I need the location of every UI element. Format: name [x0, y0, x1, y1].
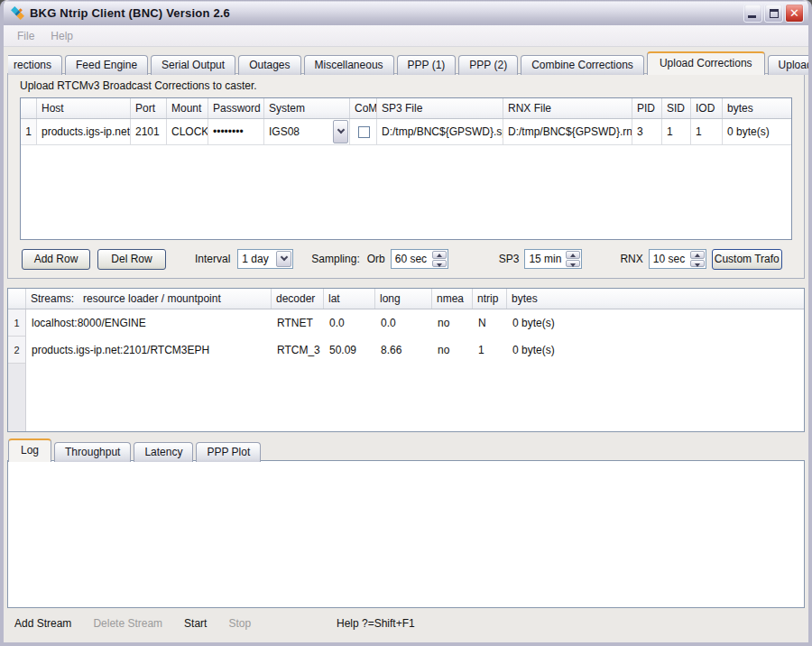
- sp3-label: SP3: [499, 253, 520, 265]
- tab-corrections[interactable]: rections: [8, 55, 62, 75]
- orb-spin-down-button[interactable]: [432, 260, 447, 268]
- orb-value: 60 sec: [395, 253, 427, 265]
- stream-decoder: RTNET: [272, 317, 324, 329]
- sid-cell[interactable]: 1: [662, 119, 691, 144]
- host-cell[interactable]: products.igs-ip.net: [37, 119, 131, 144]
- streams-column-mountpoint[interactable]: Streams: resource loader / mountpoint: [26, 289, 272, 309]
- stream-bytes: 0 byte(s): [507, 317, 804, 329]
- tab-miscellaneous[interactable]: Miscellaneous: [304, 55, 394, 75]
- tab-throughput[interactable]: Throughput: [54, 442, 131, 462]
- stream-row[interactable]: products.igs-ip.net:2101/RTCM3EPH RTCM_3…: [26, 337, 804, 364]
- stream-ntrip: 1: [473, 344, 507, 356]
- stream-bytes: 0 byte(s): [507, 344, 804, 356]
- com-checkbox[interactable]: [358, 126, 370, 138]
- sp3-spinbox[interactable]: 15 min: [524, 249, 582, 269]
- window-title: BKG Ntrip Client (BNC) Version 2.6: [30, 6, 743, 20]
- tab-feed-engine[interactable]: Feed Engine: [65, 55, 148, 75]
- tab-ppp-1[interactable]: PPP (1): [397, 55, 457, 75]
- streams-column-lat[interactable]: lat: [324, 289, 375, 309]
- rnx-label: RNX: [620, 253, 642, 265]
- bottom-tab-bar: Log Throughput Latency PPP Plot: [7, 439, 805, 461]
- column-header-mount[interactable]: Mount: [167, 98, 208, 118]
- tab-serial-output[interactable]: Serial Output: [151, 55, 235, 75]
- del-row-button[interactable]: Del Row: [97, 249, 166, 270]
- password-cell[interactable]: ••••••••: [208, 119, 264, 144]
- tab-log[interactable]: Log: [8, 438, 51, 462]
- tab-combine-corrections[interactable]: Combine Corrections: [521, 55, 644, 75]
- minimize-button[interactable]: [743, 4, 762, 23]
- sp3-spin-down-button[interactable]: [566, 260, 580, 268]
- interval-combobox[interactable]: 1 day: [237, 249, 293, 269]
- close-button[interactable]: ✕: [785, 4, 804, 23]
- streams-table-header: Streams: resource loader / mountpoint de…: [8, 289, 804, 309]
- sampling-label: Sampling:: [311, 253, 359, 265]
- tab-ppp-plot[interactable]: PPP Plot: [196, 442, 261, 462]
- app-window: BKG Ntrip Client (BNC) Version 2.6 ✕ Fil…: [0, 0, 812, 646]
- stream-row[interactable]: localhost:8000/ENGINE RTNET 0.0 0.0 no N…: [26, 309, 804, 337]
- column-header-rnx-file[interactable]: RNX File: [503, 98, 632, 118]
- column-header-sp3-file[interactable]: SP3 File: [377, 98, 503, 118]
- upload-table-row: 1 products.igs-ip.net 2101 CLOCK •••••••…: [21, 119, 791, 145]
- column-header-password[interactable]: Password: [208, 98, 264, 118]
- rnx-spin-up-button[interactable]: [690, 251, 705, 259]
- tab-outages[interactable]: Outages: [238, 55, 300, 75]
- menu-help[interactable]: Help: [42, 26, 81, 46]
- rnx-file-cell[interactable]: D:/tmp/BNC${GPSWD}.rnx: [503, 119, 632, 144]
- custom-trafo-button[interactable]: Custom Trafo: [712, 249, 782, 270]
- maximize-button[interactable]: [764, 4, 783, 23]
- upload-caption: Upload RTCMv3 Broadcast Corrections to c…: [20, 79, 792, 95]
- titlebar[interactable]: BKG Ntrip Client (BNC) Version 2.6 ✕: [4, 0, 808, 25]
- tab-latency[interactable]: Latency: [134, 442, 193, 462]
- column-header-host[interactable]: Host: [37, 98, 131, 118]
- streams-column-long[interactable]: long: [375, 289, 432, 309]
- column-header-pid[interactable]: PID: [632, 98, 662, 118]
- delete-stream-button[interactable]: Delete Stream: [93, 617, 162, 630]
- tab-ppp-2[interactable]: PPP (2): [458, 55, 518, 75]
- stream-lat: 50.09: [324, 344, 375, 356]
- column-header-system[interactable]: System: [264, 98, 350, 118]
- column-header-iod[interactable]: IOD: [691, 98, 723, 118]
- main-tab-bar: rections Feed Engine Serial Output Outag…: [7, 52, 805, 74]
- tab-upload-ephemeris[interactable]: Upload Ephemeris: [768, 55, 808, 75]
- orb-spin-up-button[interactable]: [432, 251, 447, 259]
- rnx-value: 10 sec: [653, 253, 685, 265]
- stream-nmea: no: [432, 317, 473, 329]
- streams-column-decoder[interactable]: decoder: [272, 289, 324, 309]
- sp3-spin-up-button[interactable]: [566, 251, 580, 259]
- iod-cell[interactable]: 1: [691, 119, 723, 144]
- sp3-file-cell[interactable]: D:/tmp/BNC${GPSWD}.sp3: [377, 119, 503, 144]
- orb-spinbox[interactable]: 60 sec: [391, 249, 448, 269]
- streams-column-nmea[interactable]: nmea: [432, 289, 473, 309]
- log-output-area[interactable]: [7, 460, 805, 608]
- system-dropdown-button[interactable]: [333, 120, 348, 143]
- com-cell: [350, 119, 377, 144]
- upload-corrections-page: Upload RTCMv3 Broadcast Corrections to c…: [7, 73, 805, 279]
- column-header-port[interactable]: Port: [131, 98, 167, 118]
- rnx-spinbox[interactable]: 10 sec: [649, 249, 706, 269]
- pid-cell[interactable]: 3: [632, 119, 662, 144]
- streams-gutter-header: [8, 289, 26, 309]
- interval-dropdown-button[interactable]: [276, 251, 291, 267]
- streams-table-body: 1 2 localhost:8000/ENGINE RTNET 0.0 0.0 …: [8, 309, 804, 431]
- stream-decoder: RTCM_3: [272, 344, 324, 356]
- rnx-spin-down-button[interactable]: [690, 260, 705, 268]
- streams-column-ntrip[interactable]: ntrip: [473, 289, 507, 309]
- interval-label: Interval: [195, 253, 230, 265]
- orb-label: Orb: [367, 253, 385, 265]
- streams-table: Streams: resource loader / mountpoint de…: [7, 288, 805, 432]
- column-header-com[interactable]: CoM: [350, 98, 377, 118]
- column-header-bytes[interactable]: bytes: [723, 98, 791, 118]
- column-header-rownum: [21, 98, 37, 118]
- stream-long: 8.66: [375, 344, 432, 356]
- streams-column-bytes[interactable]: bytes: [507, 289, 804, 309]
- start-button[interactable]: Start: [184, 617, 207, 630]
- system-combobox[interactable]: IGS08: [264, 119, 350, 144]
- port-cell[interactable]: 2101: [131, 119, 167, 144]
- stop-button[interactable]: Stop: [228, 617, 251, 630]
- tab-upload-corrections[interactable]: Upload Corrections: [647, 51, 765, 75]
- mount-cell[interactable]: CLOCK: [167, 119, 208, 144]
- menu-file[interactable]: File: [9, 26, 42, 46]
- column-header-sid[interactable]: SID: [662, 98, 691, 118]
- add-stream-button[interactable]: Add Stream: [14, 617, 71, 630]
- add-row-button[interactable]: Add Row: [22, 249, 90, 270]
